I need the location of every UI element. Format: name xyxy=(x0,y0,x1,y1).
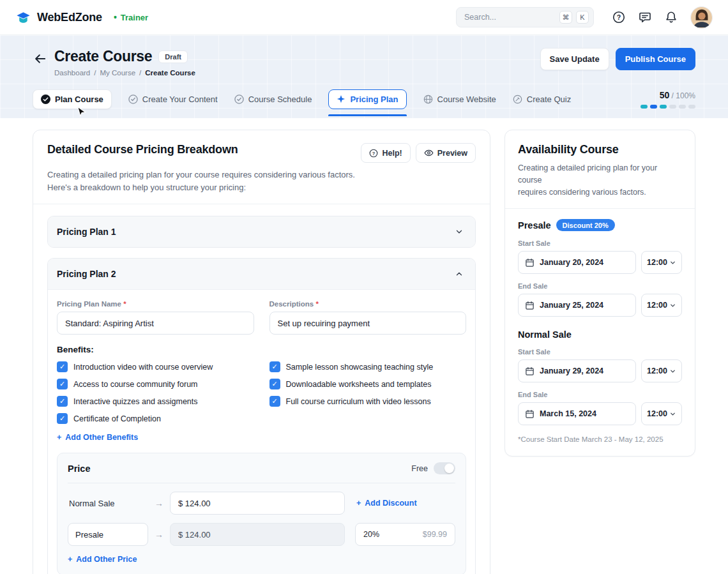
tab-label: Course Website xyxy=(437,94,496,104)
presale-start-date-field[interactable]: January 20, 2024 xyxy=(518,251,636,274)
course-progress: 50 / 100% xyxy=(641,90,695,109)
progress-segments xyxy=(641,105,695,109)
add-discount-label: Add Discount xyxy=(365,499,416,508)
chevron-down-icon[interactable] xyxy=(452,225,466,239)
topbar: WebEdZone • Trainer ⌘ K ? xyxy=(0,0,728,35)
chevron-up-icon[interactable] xyxy=(452,267,466,281)
normal-start-date-field[interactable]: January 29, 2024 xyxy=(518,359,636,382)
normal-end-label: End Sale xyxy=(518,391,682,398)
hero-header: Create Course Draft Dashboard / My Cours… xyxy=(0,35,728,118)
eye-icon xyxy=(424,148,434,158)
normal-sale-label: Normal Sale xyxy=(68,499,148,508)
role-label: Trainer xyxy=(121,13,148,22)
user-avatar[interactable] xyxy=(690,6,713,29)
tab-label: Plan Course xyxy=(55,94,103,104)
pricing-plan-1-title: Pricing Plan 1 xyxy=(57,227,116,237)
pricing-plan-1-header[interactable]: Pricing Plan 1 xyxy=(48,216,475,247)
checkbox-checked[interactable]: ✓ xyxy=(269,361,280,372)
save-update-button[interactable]: Save Update xyxy=(540,48,609,70)
pricing-subtitle-line2: Here's a breakdown to help you structure… xyxy=(47,183,246,192)
free-label: Free xyxy=(411,464,428,473)
publish-course-button[interactable]: Publish Course xyxy=(616,48,695,70)
tab-create-your-content[interactable]: Create Your Content xyxy=(128,94,218,104)
required-asterisk: * xyxy=(315,300,318,308)
price-section: Price Free Normal Sale → xyxy=(57,453,466,574)
brand[interactable]: WebEdZone xyxy=(15,10,102,26)
tab-plan-course[interactable]: Plan Course xyxy=(33,89,112,109)
sparkle-icon xyxy=(337,94,345,103)
chevron-down-icon xyxy=(669,368,676,375)
svg-text:?: ? xyxy=(372,150,375,156)
normal-end-time-select[interactable]: 12:00 xyxy=(641,402,682,425)
free-toggle[interactable] xyxy=(434,462,455,474)
plan-name-input[interactable] xyxy=(57,312,254,335)
pricing-plan-2-header[interactable]: Pricing Plan 2 xyxy=(48,259,475,289)
pricing-breakdown-card: Detailed Course Pricing Breakdown ? Help… xyxy=(33,130,490,574)
presale-end-label: End Sale xyxy=(518,282,682,290)
tab-pricing-plan[interactable]: Pricing Plan xyxy=(328,89,406,109)
discount-box[interactable]: 20% $99.99 xyxy=(355,523,455,546)
page-title: Create Course xyxy=(54,48,152,65)
normal-sale-price-input[interactable] xyxy=(170,492,345,515)
benefit-label: Access to course community forum xyxy=(73,380,198,389)
checkbox-checked[interactable]: ✓ xyxy=(269,396,280,407)
presale-end-time-select[interactable]: 12:00 xyxy=(641,294,682,317)
messages-icon[interactable] xyxy=(638,10,652,24)
presale-start-time-select[interactable]: 12:00 xyxy=(641,251,682,274)
normal-end-date: March 15, 2024 xyxy=(540,409,596,418)
tab-create-quiz[interactable]: Create Quiz xyxy=(513,94,571,104)
divider xyxy=(505,208,695,209)
calendar-icon xyxy=(525,301,535,310)
breadcrumb-dashboard[interactable]: Dashboard xyxy=(54,69,90,77)
tab-course-schedule[interactable]: Course Schedule xyxy=(234,94,312,104)
topbar-icons: ? xyxy=(612,6,713,29)
presale-select[interactable]: Presale xyxy=(68,523,148,546)
help-button[interactable]: ? Help! xyxy=(361,143,410,163)
normal-sale-heading: Normal Sale xyxy=(518,329,572,340)
add-discount-link[interactable]: + Add Discount xyxy=(356,499,417,508)
discount-percent: 20% xyxy=(363,530,379,539)
search-input[interactable] xyxy=(464,13,556,22)
back-arrow-icon[interactable] xyxy=(33,51,48,66)
normal-end-date-field[interactable]: March 15, 2024 xyxy=(518,402,636,425)
check-circle-icon xyxy=(234,94,244,104)
presale-price-input[interactable] xyxy=(170,523,345,546)
presale-heading: Presale xyxy=(518,220,551,230)
presale-price-row: Presale → 20% $99.99 xyxy=(68,523,455,546)
benefit-label: Introduction video with course overview xyxy=(73,363,213,372)
page: WebEdZone • Trainer ⌘ K ? xyxy=(0,0,728,574)
checkbox-checked[interactable]: ✓ xyxy=(57,379,68,389)
add-other-price-label: Add Other Price xyxy=(76,555,137,564)
checkbox-checked[interactable]: ✓ xyxy=(57,396,68,407)
normal-start-time-select[interactable]: 12:00 xyxy=(641,359,682,382)
preview-button-label: Preview xyxy=(437,149,467,158)
breadcrumb-separator: / xyxy=(94,69,96,77)
add-other-benefits-link[interactable]: + Add Other Benefits xyxy=(57,433,138,442)
calendar-icon xyxy=(525,366,535,376)
search-bar: ⌘ K xyxy=(456,7,594,27)
notifications-bell-icon[interactable] xyxy=(664,10,678,24)
add-other-benefits-label: Add Other Benefits xyxy=(65,433,138,442)
discount-badge: Discount 20% xyxy=(556,219,615,231)
checkbox-checked[interactable]: ✓ xyxy=(57,413,68,424)
pricing-subtitle-line1: Creating a detailed pricing plan for you… xyxy=(47,170,355,179)
presale-end-date-field[interactable]: January 25, 2024 xyxy=(518,294,636,317)
benefit-item: ✓ Access to course community forum xyxy=(57,379,254,389)
tab-course-website[interactable]: Course Website xyxy=(423,94,496,104)
pricing-plan-1-accordion: Pricing Plan 1 xyxy=(47,216,476,248)
checkbox-checked[interactable]: ✓ xyxy=(57,361,68,372)
course-date-footnote: *Course Start Date March 23 - May 12, 20… xyxy=(518,435,682,443)
benefit-item: ✓ Interactive quizzes and assigments xyxy=(57,396,254,407)
add-other-price-link[interactable]: + Add Other Price xyxy=(68,555,137,564)
checkbox-checked[interactable]: ✓ xyxy=(269,379,280,389)
presale-start-time: 12:00 xyxy=(647,258,667,267)
breadcrumb-my-course[interactable]: My Course xyxy=(100,69,135,77)
benefit-item: ✓ Introduction video with course overvie… xyxy=(57,361,254,372)
help-icon[interactable]: ? xyxy=(612,10,626,24)
descriptions-label: Descriptions xyxy=(269,300,314,308)
descriptions-input[interactable] xyxy=(269,312,467,335)
preview-button[interactable]: Preview xyxy=(416,143,476,163)
header-actions: Save Update Publish Course xyxy=(540,48,695,70)
availability-title: Availability Course xyxy=(518,143,682,156)
breadcrumb-separator: / xyxy=(139,69,141,77)
